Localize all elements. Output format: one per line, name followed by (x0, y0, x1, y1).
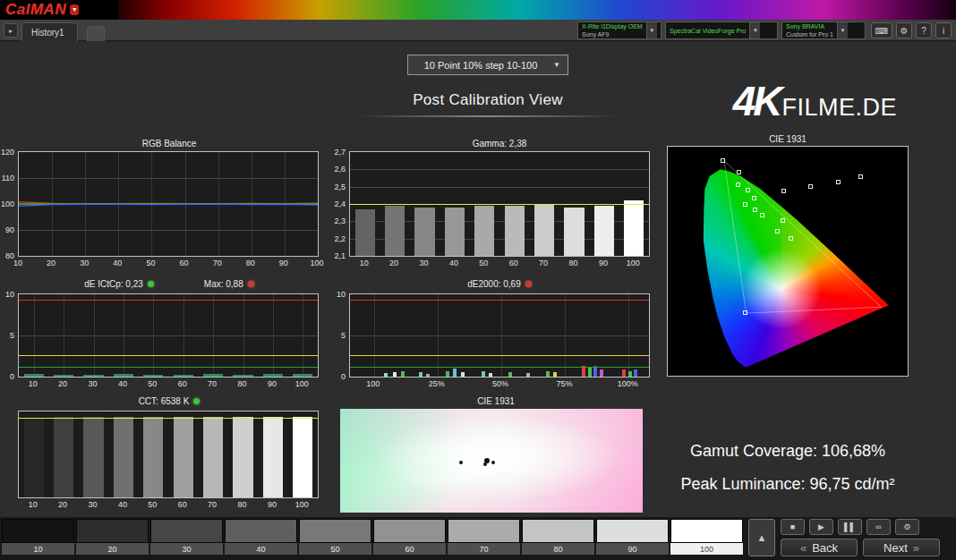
x-axis-tick: 70 (202, 259, 233, 267)
info-icon[interactable]: i (935, 22, 952, 38)
x-axis-tick: 70 (528, 259, 559, 267)
threshold-line (350, 300, 649, 301)
bar (482, 371, 485, 377)
keyboard-icon[interactable]: ⌨ (871, 22, 892, 38)
source-dropdown[interactable]: SpectraCal VideoForge Pro ▼ (665, 21, 778, 39)
grid-v (628, 294, 629, 377)
bar (83, 375, 103, 377)
de2000-plot (349, 293, 650, 378)
pause-button[interactable]: ▌▌ (838, 519, 862, 535)
cie-1931-small-plot (340, 409, 643, 513)
meter-dropdown[interactable]: X-Rite i1Display OEM Sony AF9 ▼ (577, 21, 662, 39)
play-button[interactable]: ▶ (809, 519, 833, 535)
measurement-dot (491, 461, 495, 464)
bar (419, 372, 423, 377)
rgb-balance-chart: RGB Balance 1201101009080102030405060708… (0, 139, 320, 273)
calman-app: CalMAN ▾ ▸ History1 X-Rite i1Display OEM… (0, 0, 956, 560)
patch-label: 10 (2, 543, 74, 555)
grid-v (213, 294, 214, 377)
bar (24, 418, 44, 497)
display-label: Sony BRAVIA Custom for Pro 1 (782, 22, 837, 38)
x-axis-tick: 20 (379, 259, 409, 267)
measurement-point (752, 196, 756, 200)
x-axis-tick: 60 (499, 259, 529, 267)
y-axis-tick: 2,3 (329, 216, 346, 225)
bar (203, 417, 223, 497)
results-text: Gamut Coverage: 106,68% Peak Luminance: … (667, 435, 909, 501)
bar (622, 369, 626, 377)
bar (385, 206, 405, 256)
gamma-chart: Gamma: 2,38 2,72,62,52,42,32,22,11020304… (329, 139, 652, 273)
target-line (350, 204, 649, 205)
calman-logo: CalMAN (5, 1, 66, 19)
display-dropdown[interactable]: Sony BRAVIA Custom for Pro 1 ▼ (781, 21, 866, 39)
y-axis-tick: 0 (0, 372, 14, 381)
bar (401, 371, 405, 377)
next-button[interactable]: Next » (863, 539, 940, 556)
threshold-line (19, 355, 318, 356)
chart-title: CCT: 6538 K (18, 396, 320, 406)
gray-patch-90: 90 (596, 519, 669, 555)
threshold-line (350, 355, 649, 356)
cct-plot (18, 411, 319, 498)
chart-title: dE2000: 0,69 (347, 279, 652, 289)
de-ictcp-plot (18, 293, 319, 378)
x-axis-tick: 75% (549, 379, 579, 388)
x-axis-tick: 10 (3, 259, 33, 267)
gray-patch-40: 40 (225, 519, 297, 555)
bar (453, 369, 457, 377)
x-axis-tick: 50% (485, 379, 516, 388)
y-axis-tick: 5 (0, 331, 14, 340)
cie-1931-chart: CIE 1931 (667, 134, 909, 383)
bar (174, 375, 193, 377)
x-axis-tick: 100 (286, 379, 317, 388)
chart-title: dE ICtCp: 0,23 Max: 0,88 (18, 279, 320, 289)
status-dot-fail (248, 281, 254, 287)
bar (445, 208, 465, 256)
measurement-point (808, 184, 813, 189)
patch-label: 90 (596, 543, 669, 555)
x-axis-tick: 10 (18, 500, 48, 509)
x-axis-tick: 60 (167, 500, 198, 509)
gray-patch-30: 30 (150, 519, 223, 555)
grid-v (34, 294, 35, 377)
x-axis-tick: 100 (286, 500, 317, 509)
gear-icon[interactable]: ⚙ (896, 22, 912, 38)
x-axis-tick: 50 (137, 379, 167, 388)
measurement-point (736, 182, 740, 187)
chart-title: Gamma: 2,38 (347, 139, 652, 148)
status-dot-fail (525, 281, 532, 287)
page-title: Post Calibration View (340, 91, 636, 109)
back-button[interactable]: « Back (781, 539, 858, 556)
patch-label: 40 (225, 543, 297, 555)
settings-button[interactable]: ⚙ (895, 519, 919, 535)
loop-icon: ∞ (875, 522, 881, 531)
x-axis-tick: 30 (78, 379, 108, 388)
grid-h (350, 169, 649, 170)
y-axis-tick: 120 (0, 148, 14, 157)
de2000-value: dE2000: 0,69 (467, 279, 532, 289)
help-icon[interactable]: ? (916, 22, 932, 38)
bar (233, 417, 252, 497)
target-line (19, 418, 318, 419)
tab-bar: ▸ History1 X-Rite i1Display OEM Sony AF9… (0, 20, 956, 41)
x-axis-tick: 30 (78, 500, 108, 509)
patch-swatch (448, 519, 520, 543)
eject-button[interactable]: ▲ (748, 519, 775, 556)
calman-logo-menu[interactable]: CalMAN ▾ (5, 0, 79, 20)
tab-scroll-button[interactable]: ▸ (4, 23, 18, 38)
stop-button[interactable]: ■ (781, 519, 805, 535)
tab-history1[interactable]: History1 (21, 22, 78, 41)
x-axis-tick: 100 (358, 379, 388, 388)
measurement-point (743, 310, 747, 315)
x-axis-tick: 80 (235, 259, 266, 267)
bar (384, 373, 388, 377)
status-dot-pass (148, 281, 154, 287)
loop-button[interactable]: ∞ (866, 519, 891, 535)
preset-dropdown[interactable]: 10 Point 10% step 10-100 ▼ (407, 55, 568, 75)
tab-new[interactable] (87, 26, 105, 41)
title-underline (356, 115, 619, 117)
bar (143, 375, 163, 377)
x-axis-tick: 30 (69, 259, 99, 267)
bar (414, 208, 434, 256)
